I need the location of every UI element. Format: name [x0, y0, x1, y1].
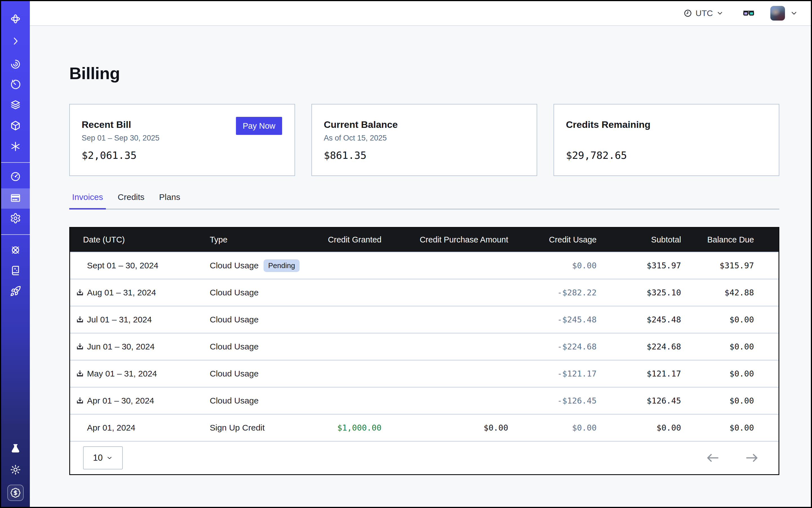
credit-purchase-amount: $0.00: [382, 423, 508, 432]
chevron-down-icon[interactable]: [790, 9, 798, 17]
sidebar-item-settings[interactable]: [1, 209, 30, 229]
balance-as-of: As of Oct 15, 2025: [324, 134, 387, 142]
timezone-label: UTC: [695, 8, 713, 18]
table-row: May 01 – 31, 2024 Cloud Usage -$121.17 $…: [70, 360, 778, 387]
tab-credits[interactable]: Credits: [115, 192, 147, 209]
column-header-subtotal: Subtotal: [597, 235, 681, 245]
tab-plans[interactable]: Plans: [156, 192, 183, 209]
billing-card-icon: [10, 192, 21, 205]
card-title: Current Balance: [324, 119, 398, 130]
download-slot: [76, 423, 84, 432]
download-invoice-button[interactable]: [76, 369, 84, 378]
download-invoice-button[interactable]: [76, 396, 84, 406]
app-logo[interactable]: [1, 9, 30, 30]
invoice-date: Jun 01 – 30, 2024: [87, 342, 155, 351]
history-icon: [10, 79, 21, 91]
chevron-right-icon: [10, 36, 21, 48]
column-header-credit-usage: Credit Usage: [508, 235, 597, 245]
download-icon: [76, 342, 84, 351]
pay-now-button[interactable]: Pay Now: [236, 117, 282, 135]
cube-icon: [10, 120, 21, 132]
topbar: UTC: [30, 1, 811, 26]
billing-tabs: Invoices Credits Plans: [69, 192, 779, 210]
credits-remaining-amount: $29,782.65: [566, 150, 627, 161]
subtotal: $224.68: [597, 342, 681, 351]
subtotal: $121.17: [597, 369, 681, 378]
credit-usage: -$126.45: [508, 396, 597, 406]
timezone-selector[interactable]: UTC: [684, 8, 724, 18]
tab-invoices[interactable]: Invoices: [69, 192, 106, 209]
avatar[interactable]: [770, 6, 785, 20]
credits-remaining-card: Credits Remaining $29,782.65: [554, 104, 779, 176]
clock-icon: [684, 9, 692, 17]
download-invoice-button[interactable]: [76, 288, 84, 297]
previous-page-button[interactable]: [706, 453, 719, 463]
download-invoice-button[interactable]: [76, 315, 84, 325]
column-header-credit-purchase-amount: Credit Purchase Amount: [382, 235, 508, 245]
balance-due: $0.00: [681, 423, 754, 432]
sidebar-item-control[interactable]: [1, 241, 30, 261]
billing-page: Billing Recent Bill Sep 01 – Sep 30, 202…: [30, 26, 811, 507]
recent-bill-card: Recent Bill Sep 01 – Sep 30, 2025 $2,061…: [69, 104, 295, 176]
table-row: Jun 01 – 30, 2024 Cloud Usage -$224.68 $…: [70, 333, 778, 360]
sun-icon: [10, 464, 21, 476]
sidebar-item-packages[interactable]: [1, 116, 30, 136]
gauge-icon: [10, 171, 21, 183]
invoice-date: Aug 01 – 31, 2024: [87, 288, 156, 297]
sidebar-item-history[interactable]: [1, 75, 30, 95]
card-title: Credits Remaining: [566, 119, 650, 130]
credit-usage: $0.00: [508, 423, 597, 432]
theme-toggle[interactable]: [1, 460, 30, 480]
sidebar-item-billing[interactable]: [1, 188, 30, 209]
reader-mode-button[interactable]: [742, 7, 755, 20]
table-row: Aug 01 – 31, 2024 Cloud Usage -$282.22 $…: [70, 279, 778, 306]
credit-usage: $0.00: [508, 261, 597, 270]
table-header: Date (UTC) Type Credit Granted Credit Pu…: [70, 228, 778, 252]
subtotal: $245.48: [597, 315, 681, 325]
subtotal: $126.45: [597, 396, 681, 406]
sidebar-item-labs[interactable]: [1, 439, 30, 460]
invoice-date: Apr 01, 2024: [87, 423, 135, 432]
spiral-eye-icon: [10, 58, 21, 71]
credit-usage: -$245.48: [508, 315, 597, 325]
sidebar-item-functions[interactable]: [1, 137, 30, 157]
current-balance-amount: $861.35: [324, 150, 367, 161]
sidebar-expand[interactable]: [1, 32, 30, 52]
sidebar-item-observe[interactable]: [1, 55, 30, 75]
invoice-type: Cloud Usage: [210, 288, 258, 297]
card-title: Recent Bill: [82, 119, 131, 130]
download-icon: [76, 396, 84, 405]
download-slot: [76, 261, 84, 270]
credit-usage: -$282.22: [508, 288, 597, 297]
subtotal: $325.10: [597, 288, 681, 297]
download-invoice-button[interactable]: [76, 342, 84, 351]
balance-due: $42.88: [681, 288, 754, 297]
credit-usage: -$224.68: [508, 342, 597, 351]
summary-cards: Recent Bill Sep 01 – Sep 30, 2025 $2,061…: [69, 104, 779, 176]
main-area: UTC Billing Recent B: [30, 1, 811, 507]
invoice-date: Sept 01 – 30, 2024: [87, 261, 159, 270]
sidebar-item-docs[interactable]: [1, 261, 30, 281]
next-page-button[interactable]: [745, 453, 759, 463]
invoice-type: Cloud Usage: [210, 342, 258, 351]
recent-bill-amount: $2,061.35: [82, 150, 136, 161]
credits-button[interactable]: [1, 483, 30, 503]
sidebar-item-layers[interactable]: [1, 95, 30, 116]
sidebar-divider: [1, 234, 30, 235]
invoice-type: Cloud Usage: [210, 369, 258, 378]
layers-icon: [10, 99, 21, 112]
sidebar-item-dashboard[interactable]: [1, 167, 30, 187]
column-header-date: Date (UTC): [76, 235, 210, 245]
table-footer: 10: [70, 441, 778, 474]
sidebar-item-launch[interactable]: [1, 282, 30, 302]
page-size-select[interactable]: 10: [83, 446, 123, 469]
invoice-date: Apr 01 – 30, 2024: [87, 396, 154, 406]
balance-due: $0.00: [681, 342, 754, 351]
rocket-icon: [10, 286, 21, 298]
asterisk-icon: [10, 141, 21, 153]
download-icon: [76, 370, 84, 378]
gear-icon: [10, 213, 21, 225]
invoice-date: May 01 – 31, 2024: [87, 369, 157, 378]
book-sparkle-icon: [10, 265, 21, 277]
subtotal: $0.00: [597, 423, 681, 432]
